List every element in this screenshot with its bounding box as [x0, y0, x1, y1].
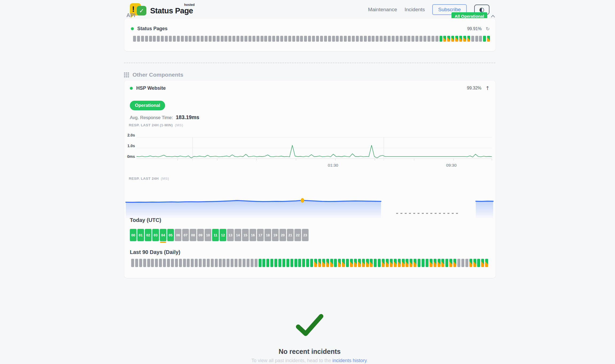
hour-block[interactable]: 18	[264, 229, 271, 241]
uptime-bar[interactable]	[213, 36, 216, 42]
uptime-bar[interactable]	[153, 36, 156, 42]
uptime-bar[interactable]	[427, 36, 430, 42]
uptime-bar[interactable]	[434, 259, 437, 267]
uptime-bar[interactable]	[272, 36, 275, 42]
uptime-bar[interactable]	[167, 259, 170, 267]
uptime-bar[interactable]	[139, 259, 142, 267]
uptime-bar[interactable]	[479, 36, 482, 42]
uptime-bar[interactable]	[219, 259, 222, 267]
uptime-bar[interactable]	[407, 36, 410, 42]
hour-block[interactable]: 04	[160, 229, 166, 241]
uptime-bar[interactable]	[364, 36, 367, 42]
uptime-bar[interactable]	[340, 36, 343, 42]
uptime-bar[interactable]	[264, 36, 267, 42]
uptime-bar[interactable]	[239, 259, 242, 267]
uptime-bar[interactable]	[398, 259, 401, 267]
uptime-bar[interactable]	[384, 36, 387, 42]
uptime-bar[interactable]	[388, 36, 391, 42]
uptime-bar[interactable]	[485, 259, 488, 267]
uptime-bar[interactable]	[382, 259, 385, 267]
uptime-bar[interactable]	[224, 36, 227, 42]
uptime-bar[interactable]	[422, 259, 425, 267]
uptime-bar[interactable]	[240, 36, 243, 42]
uptime-bar[interactable]	[459, 36, 462, 42]
hour-block[interactable]: 08	[190, 229, 196, 241]
uptime-bar[interactable]	[209, 36, 212, 42]
uptime-bar[interactable]	[356, 36, 359, 42]
uptime-bar[interactable]	[324, 36, 327, 42]
nav-maintenance[interactable]: Maintenance	[368, 7, 397, 13]
uptime-bar[interactable]	[284, 36, 287, 42]
uptime-bar[interactable]	[197, 36, 200, 42]
uptime-bar[interactable]	[280, 36, 283, 42]
uptime-bar[interactable]	[193, 36, 196, 42]
hour-block[interactable]: 12	[220, 229, 226, 241]
nav-incidents[interactable]: Incidents	[404, 7, 425, 13]
uptime-bar[interactable]	[463, 36, 466, 42]
uptime-bar[interactable]	[131, 259, 134, 267]
uptime-bar[interactable]	[227, 259, 229, 267]
uptime-bar[interactable]	[380, 36, 383, 42]
uptime-bar[interactable]	[149, 36, 152, 42]
uptime-bar[interactable]	[183, 259, 186, 267]
uptime-bar[interactable]	[392, 36, 395, 42]
uptime-bar[interactable]	[430, 259, 433, 267]
uptime-bar[interactable]	[435, 36, 438, 42]
hour-block[interactable]: 02	[145, 229, 151, 241]
uptime-bar[interactable]	[278, 259, 281, 267]
hour-block[interactable]: 22	[294, 229, 301, 241]
uptime-bar[interactable]	[223, 259, 225, 267]
uptime-bar[interactable]	[310, 259, 313, 267]
uptime-bar[interactable]	[406, 259, 408, 267]
uptime-bar[interactable]	[141, 36, 144, 42]
uptime-bar[interactable]	[358, 259, 361, 267]
uptime-bar[interactable]	[418, 259, 421, 267]
uptime-bar[interactable]	[350, 259, 353, 267]
uptime-bar[interactable]	[396, 36, 399, 42]
uptime-bar[interactable]	[360, 36, 363, 42]
uptime-bar[interactable]	[296, 36, 299, 42]
uptime-bar[interactable]	[169, 36, 172, 42]
uptime-bar[interactable]	[419, 36, 422, 42]
incidents-history-link[interactable]: incidents history	[332, 358, 367, 363]
uptime-bar[interactable]	[362, 259, 365, 267]
uptime-bar[interactable]	[312, 36, 315, 42]
uptime-bar[interactable]	[147, 259, 150, 267]
uptime-bar[interactable]	[191, 259, 194, 267]
uptime-bar[interactable]	[292, 36, 295, 42]
uptime-bar[interactable]	[260, 36, 263, 42]
uptime-bar[interactable]	[449, 259, 452, 267]
uptime-bar[interactable]	[390, 259, 393, 267]
uptime-bar[interactable]	[300, 36, 303, 42]
uptime-bar[interactable]	[471, 36, 474, 42]
uptime-bar[interactable]	[426, 259, 429, 267]
uptime-bar[interactable]	[400, 36, 403, 42]
uptime-bar[interactable]	[410, 259, 412, 267]
uptime-bar[interactable]	[290, 259, 293, 267]
uptime-bar[interactable]	[232, 36, 235, 42]
uptime-bar[interactable]	[282, 259, 285, 267]
uptime-bar[interactable]	[259, 259, 262, 267]
uptime-bar[interactable]	[244, 36, 247, 42]
uptime-bar[interactable]	[376, 36, 379, 42]
uptime-bar[interactable]	[145, 36, 148, 42]
refresh-icon[interactable]: ↻	[486, 26, 490, 32]
uptime-bar[interactable]	[288, 36, 291, 42]
uptime-bar[interactable]	[268, 36, 271, 42]
uptime-bar[interactable]	[332, 36, 335, 42]
chart-marker-dot[interactable]	[301, 198, 304, 203]
hour-block[interactable]: 20	[279, 229, 286, 241]
uptime-bar[interactable]	[205, 36, 208, 42]
uptime-bar[interactable]	[334, 259, 337, 267]
uptime-bar[interactable]	[394, 259, 397, 267]
uptime-bar[interactable]	[344, 36, 347, 42]
uptime-bar[interactable]	[322, 259, 325, 267]
uptime-bar[interactable]	[330, 259, 333, 267]
uptime-bar[interactable]	[336, 36, 339, 42]
uptime-bar[interactable]	[255, 259, 258, 267]
uptime-bar[interactable]	[461, 259, 464, 267]
hour-block[interactable]: 03	[152, 229, 159, 241]
uptime-bar[interactable]	[165, 36, 168, 42]
uptime-bar[interactable]	[276, 36, 279, 42]
uptime-bar[interactable]	[195, 259, 198, 267]
